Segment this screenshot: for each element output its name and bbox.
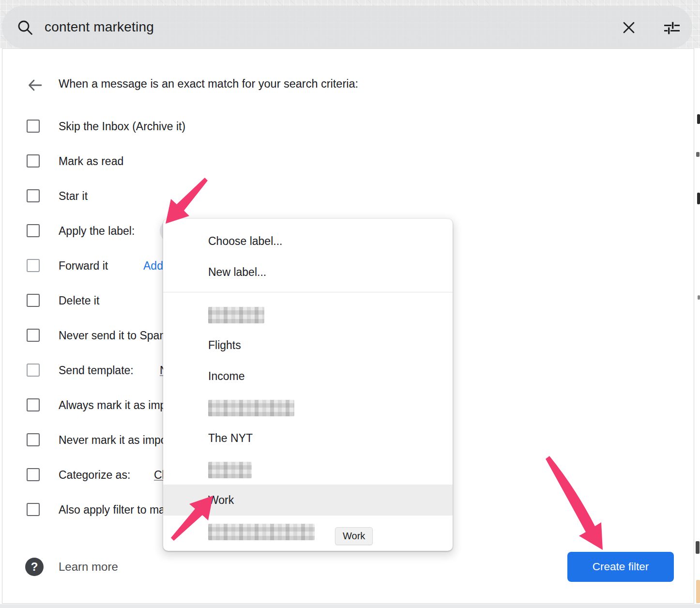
- filter-row-star-it: Star it: [0, 183, 692, 209]
- checkbox-never-spam[interactable]: [27, 329, 40, 342]
- redacted-label: [208, 524, 315, 540]
- filter-row-skip-inbox: Skip the Inbox (Archive it): [0, 113, 692, 139]
- page-fragment: [696, 541, 700, 554]
- menu-divider: [163, 292, 453, 292]
- page-fragment: [697, 193, 700, 204]
- create-filter-button[interactable]: Create filter: [567, 552, 674, 582]
- clear-search-icon[interactable]: [621, 19, 637, 38]
- page-bottom-edge: [0, 604, 700, 608]
- page-fragment: [697, 114, 700, 124]
- checkbox-also-apply[interactable]: [27, 503, 40, 516]
- checkbox-delete-it[interactable]: [27, 294, 40, 307]
- redacted-label: [208, 307, 264, 323]
- page-fragment-highlight: [696, 580, 700, 603]
- filter-label: Mark as read: [59, 148, 123, 174]
- checkbox-forward-it[interactable]: [27, 259, 40, 272]
- menu-item-redacted-3[interactable]: [163, 454, 453, 485]
- menu-item-redacted-4[interactable]: [163, 516, 453, 547]
- label-dropdown-menu: Choose label... New label... Flights Inc…: [163, 219, 453, 551]
- filter-label: Star it: [59, 183, 88, 209]
- panel-title: When a message is an exact match for you…: [59, 77, 358, 91]
- checkbox-send-template[interactable]: [27, 364, 40, 377]
- search-header-background: content marketing: [0, 0, 700, 48]
- search-options-icon[interactable]: [662, 18, 682, 40]
- search-input[interactable]: content marketing: [45, 6, 154, 48]
- filter-label: Categorize as:: [59, 462, 130, 488]
- redacted-label: [208, 462, 252, 478]
- filter-label: Delete it: [59, 288, 99, 314]
- filter-label: Forward it: [59, 253, 108, 279]
- menu-item-the-nyt[interactable]: The NYT: [163, 423, 453, 454]
- search-bar[interactable]: content marketing: [2, 6, 692, 48]
- filter-label: Send template:: [59, 357, 134, 383]
- filter-row-mark-read: Mark as read: [0, 148, 692, 174]
- redacted-label: [208, 400, 294, 416]
- checkbox-never-important[interactable]: [27, 433, 40, 446]
- search-icon[interactable]: [16, 19, 34, 38]
- checkbox-apply-label[interactable]: [27, 224, 40, 237]
- back-arrow-icon[interactable]: [26, 76, 44, 96]
- page-fragment: [698, 295, 700, 300]
- menu-item-work[interactable]: Work: [163, 485, 453, 516]
- checkbox-star-it[interactable]: [27, 189, 40, 202]
- checkbox-mark-read[interactable]: [27, 154, 40, 167]
- menu-item-choose-label[interactable]: Choose label...: [163, 226, 453, 257]
- menu-item-income[interactable]: Income: [163, 361, 453, 392]
- menu-item-redacted-2[interactable]: [163, 392, 453, 423]
- page-fragment: [696, 152, 700, 157]
- menu-item-redacted-1[interactable]: [163, 299, 453, 330]
- menu-item-new-label[interactable]: New label...: [163, 257, 453, 288]
- checkbox-always-important[interactable]: [27, 398, 40, 411]
- filter-label: Apply the label:: [59, 218, 135, 244]
- checkbox-categorize[interactable]: [27, 468, 40, 481]
- filter-label: Skip the Inbox (Archive it): [59, 113, 185, 139]
- help-question-icon[interactable]: ?: [25, 558, 44, 576]
- filter-label: Never send it to Spam: [59, 322, 169, 349]
- checkbox-skip-inbox[interactable]: [27, 120, 40, 133]
- underlying-page-sliver: [694, 48, 700, 604]
- learn-more-link[interactable]: Learn more: [59, 558, 118, 576]
- menu-item-flights[interactable]: Flights: [163, 330, 453, 361]
- work-tooltip: Work: [335, 527, 373, 545]
